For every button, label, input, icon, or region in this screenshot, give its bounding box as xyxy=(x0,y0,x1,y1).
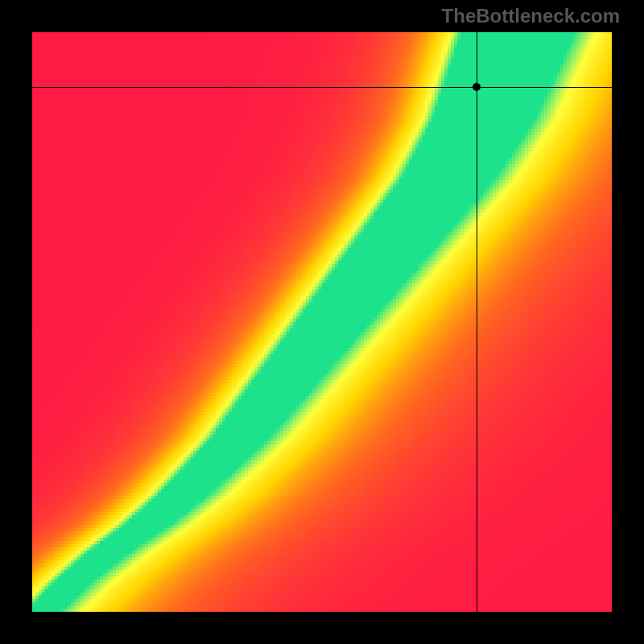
crosshair-horizontal xyxy=(32,87,612,88)
crosshair-vertical xyxy=(477,32,477,612)
marker-dot xyxy=(473,83,481,91)
watermark-text: TheBottleneck.com xyxy=(442,5,620,27)
heatmap-canvas xyxy=(32,32,612,612)
heatmap-plot xyxy=(32,32,612,612)
chart-container: TheBottleneck.com xyxy=(0,0,644,644)
